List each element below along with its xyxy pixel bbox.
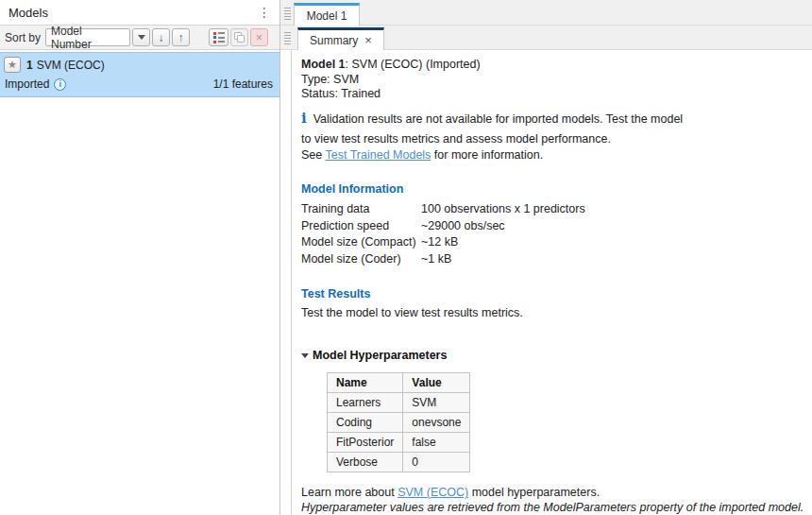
arrow-down-icon: ↓ bbox=[159, 32, 164, 43]
table-row: FitPosterior false bbox=[328, 433, 470, 453]
model-information-grid: Training data 100 observations x 1 predi… bbox=[301, 201, 807, 267]
view-tab-bar: Summary × bbox=[280, 26, 812, 50]
sort-by-label: Sort by bbox=[5, 31, 41, 44]
model-item-title-row: ★ 1 SVM (ECOC) bbox=[4, 57, 273, 73]
info-label: Training data bbox=[301, 201, 421, 218]
test-trained-models-link[interactable]: Test Trained Models bbox=[326, 148, 431, 162]
validation-notice-line3: See Test Trained Models for more informa… bbox=[301, 147, 807, 163]
model-item-status-row: Imported i 1/1 features bbox=[4, 77, 273, 91]
models-toolbar: Sort by Model Number ↓ ↑ × bbox=[0, 26, 279, 50]
delete-model-button[interactable]: × bbox=[250, 28, 268, 46]
sort-ascending-button[interactable]: ↑ bbox=[172, 28, 190, 46]
model-title-line: Model 1: SVM (ECOC) (Imported) bbox=[301, 58, 807, 73]
tab-model-1[interactable]: Model 1 bbox=[294, 3, 360, 26]
summary-document: Model 1: SVM (ECOC) (Imported) Type: SVM… bbox=[291, 50, 812, 515]
star-icon: ★ bbox=[8, 59, 17, 71]
sort-dropdown-value: Model Number bbox=[51, 25, 125, 51]
kebab-menu-icon[interactable]: ⋮ bbox=[258, 6, 271, 19]
validation-notice-line1: i Validation results are not available f… bbox=[301, 112, 807, 128]
sort-dropdown[interactable]: Model Number bbox=[45, 28, 130, 46]
info-value: ~12 kB bbox=[421, 234, 807, 251]
info-label: Model size (Compact) bbox=[301, 234, 421, 251]
document-tab-bar: Model 1 bbox=[280, 0, 812, 26]
test-results-body: Test the model to view test results metr… bbox=[301, 306, 807, 319]
delete-icon: × bbox=[256, 32, 262, 43]
svm-ecoc-link[interactable]: SVM (ECOC) bbox=[398, 486, 468, 499]
model-type-line: Type: SVM bbox=[301, 73, 807, 88]
info-value: 100 observations x 1 predictors bbox=[421, 201, 807, 218]
table-row: Coding onevsone bbox=[328, 413, 470, 433]
list-view-icon bbox=[213, 32, 225, 43]
model-name: SVM (ECOC) bbox=[37, 59, 105, 72]
sort-descending-button[interactable]: ↓ bbox=[152, 28, 170, 46]
validation-notice-line2: to view test results metrics and assess … bbox=[301, 131, 807, 147]
models-panel-header: Models ⋮ bbox=[0, 0, 279, 26]
model-title-bold: Model 1 bbox=[301, 58, 346, 71]
drag-grip-icon[interactable] bbox=[284, 8, 291, 20]
tab-summary-label: Summary bbox=[310, 34, 358, 47]
info-value: ~1 kB bbox=[421, 251, 807, 268]
tab-model-1-label: Model 1 bbox=[307, 9, 347, 23]
tab-summary[interactable]: Summary × bbox=[297, 27, 384, 50]
model-header-lines: Model 1: SVM (ECOC) (Imported) Type: SVM… bbox=[301, 58, 807, 102]
imported-info-icon[interactable]: i bbox=[54, 78, 66, 91]
duplicate-icon bbox=[234, 32, 245, 43]
model-list-item-selected[interactable]: ★ 1 SVM (ECOC) Imported i 1/1 features bbox=[0, 52, 279, 97]
learn-more-line: Learn more about SVM (ECOC) model hyperp… bbox=[301, 485, 807, 500]
arrow-up-icon: ↑ bbox=[178, 32, 184, 43]
info-value: ~29000 obs/sec bbox=[421, 218, 807, 235]
hyperparameters-collapse-header[interactable]: Model Hyperparameters bbox=[301, 349, 807, 362]
table-header-name: Name bbox=[328, 373, 403, 393]
model-status-label: Imported bbox=[5, 77, 49, 91]
favorite-star-button[interactable]: ★ bbox=[4, 57, 21, 73]
table-row: Verbose 0 bbox=[328, 453, 470, 472]
sort-dropdown-button[interactable] bbox=[132, 28, 150, 46]
model-number: 1 bbox=[26, 59, 33, 72]
table-row: Learners SVM bbox=[328, 393, 470, 413]
close-icon[interactable]: × bbox=[364, 34, 372, 46]
models-panel: Models ⋮ Sort by Model Number ↓ ↑ bbox=[0, 0, 280, 515]
models-panel-title: Models bbox=[8, 6, 48, 20]
collapse-triangle-icon bbox=[301, 353, 309, 358]
hyperparameters-footnote: Hyperparameter values are retrieved from… bbox=[301, 500, 807, 515]
info-icon: i bbox=[301, 112, 307, 125]
list-view-toggle-button[interactable] bbox=[209, 28, 228, 46]
model-information-heading: Model Information bbox=[301, 182, 807, 196]
info-label: Model size (Coder) bbox=[301, 251, 421, 268]
model-features-label: 1/1 features bbox=[213, 77, 273, 91]
chevron-down-icon bbox=[138, 35, 145, 40]
info-label: Prediction speed bbox=[301, 218, 421, 235]
test-results-heading: Test Results bbox=[301, 287, 807, 300]
hyperparameters-heading: Model Hyperparameters bbox=[313, 349, 447, 362]
table-header-value: Value bbox=[403, 373, 470, 393]
model-status-line: Status: Trained bbox=[301, 87, 807, 102]
duplicate-model-button[interactable] bbox=[230, 28, 248, 46]
hyperparameters-table: Name Value Learners SVM Coding onevsone … bbox=[327, 372, 470, 472]
validation-notice: i Validation results are not available f… bbox=[301, 112, 807, 163]
drag-grip-icon[interactable] bbox=[284, 32, 291, 44]
table-header-row: Name Value bbox=[328, 373, 470, 393]
